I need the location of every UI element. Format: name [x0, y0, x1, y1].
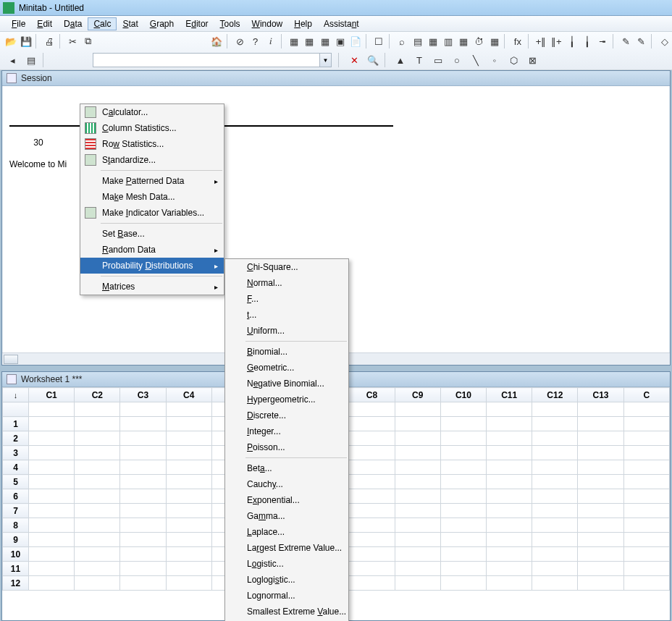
- home-icon[interactable]: 🏠: [210, 33, 224, 49]
- tb-icon[interactable]: ☐: [372, 33, 386, 49]
- cell[interactable]: [532, 504, 578, 518]
- cell[interactable]: [440, 417, 486, 431]
- cell[interactable]: [440, 489, 486, 504]
- menu-item[interactable]: Laplace...: [225, 524, 348, 540]
- cell[interactable]: [166, 475, 211, 489]
- cell[interactable]: [440, 431, 486, 446]
- marker-icon[interactable]: ⊠: [524, 52, 541, 68]
- cell[interactable]: [349, 460, 395, 475]
- cell[interactable]: [166, 547, 211, 562]
- cell[interactable]: [166, 431, 211, 446]
- menu-item[interactable]: Logistic...: [225, 556, 348, 572]
- cell[interactable]: [29, 576, 75, 591]
- cell[interactable]: [532, 562, 578, 576]
- row-header[interactable]: 7: [3, 504, 29, 518]
- cell[interactable]: [29, 533, 75, 547]
- cell[interactable]: [120, 518, 166, 533]
- column-header[interactable]: C: [623, 388, 669, 402]
- cell[interactable]: [29, 417, 75, 431]
- cell[interactable]: [440, 562, 486, 576]
- zoom-icon[interactable]: 🔍: [364, 52, 382, 68]
- cell[interactable]: [395, 489, 440, 504]
- cell[interactable]: [487, 576, 532, 591]
- cell[interactable]: [623, 489, 669, 504]
- cell[interactable]: [440, 533, 486, 547]
- cell[interactable]: [487, 446, 532, 460]
- menu-item[interactable]: Make Indicator Variables...: [80, 205, 224, 221]
- cell[interactable]: [120, 562, 166, 576]
- cell[interactable]: [395, 460, 440, 475]
- cell[interactable]: [75, 562, 120, 576]
- row-header[interactable]: 10: [3, 547, 29, 562]
- menu-window[interactable]: Window: [246, 17, 289, 30]
- cell[interactable]: [166, 446, 211, 460]
- save-icon[interactable]: 💾: [19, 33, 33, 49]
- menu-help[interactable]: Help: [288, 17, 318, 30]
- pointer-icon[interactable]: ▲: [392, 52, 409, 68]
- menu-item[interactable]: Negative Binomial...: [225, 376, 348, 392]
- tb-icon[interactable]: ╽: [580, 33, 594, 49]
- menu-item[interactable]: Random Data: [80, 242, 224, 258]
- tb-icon[interactable]: ▦: [303, 33, 316, 49]
- cell[interactable]: [487, 533, 532, 547]
- cell[interactable]: [120, 446, 166, 460]
- cell[interactable]: [623, 446, 669, 460]
- cell[interactable]: [487, 431, 532, 446]
- menu-item[interactable]: Binomial...: [225, 344, 348, 360]
- tb-icon[interactable]: ◇: [658, 33, 671, 49]
- menu-item[interactable]: Column Statistics...: [80, 120, 224, 136]
- cut-icon[interactable]: ✂: [66, 33, 80, 49]
- menu-file[interactable]: File: [6, 17, 31, 30]
- cell[interactable]: [395, 475, 440, 489]
- menu-assistant[interactable]: Assistant: [318, 17, 365, 30]
- tb-icon[interactable]: ▦: [287, 33, 301, 49]
- menu-item[interactable]: Gamma...: [225, 508, 348, 524]
- cell[interactable]: [120, 489, 166, 504]
- column-header[interactable]: C3: [120, 388, 166, 402]
- cell[interactable]: [532, 446, 578, 460]
- menu-item[interactable]: Discrete...: [225, 407, 348, 423]
- menu-item[interactable]: Poisson...: [225, 439, 348, 455]
- cell[interactable]: [395, 547, 440, 562]
- session-titlebar[interactable]: Session: [2, 71, 670, 86]
- dropdown-arrow-icon[interactable]: ▼: [319, 54, 331, 67]
- cell[interactable]: [578, 576, 623, 591]
- row-header[interactable]: 12: [3, 576, 29, 591]
- cell[interactable]: [75, 504, 120, 518]
- cell[interactable]: [487, 475, 532, 489]
- tb-icon[interactable]: ▤: [411, 33, 424, 49]
- cell[interactable]: [166, 504, 211, 518]
- menu-item[interactable]: Uniform...: [225, 323, 348, 339]
- cell[interactable]: [166, 489, 211, 504]
- menu-item[interactable]: Chi-Square...: [225, 259, 348, 275]
- cell[interactable]: [623, 547, 669, 562]
- tb-icon[interactable]: ▥: [441, 33, 455, 49]
- menu-item[interactable]: Beta...: [225, 460, 348, 476]
- cell[interactable]: [532, 547, 578, 562]
- cell[interactable]: [578, 402, 623, 417]
- marker-icon[interactable]: ⬡: [505, 52, 522, 68]
- cell[interactable]: [487, 402, 532, 417]
- cell[interactable]: [166, 402, 211, 417]
- cell[interactable]: [349, 533, 395, 547]
- cell[interactable]: [349, 576, 395, 591]
- text-icon[interactable]: T: [411, 52, 428, 68]
- cell[interactable]: [349, 518, 395, 533]
- tb-icon[interactable]: 📄: [348, 33, 362, 49]
- cell[interactable]: [440, 547, 486, 562]
- cell[interactable]: [487, 504, 532, 518]
- cell[interactable]: [120, 504, 166, 518]
- cell[interactable]: [395, 504, 440, 518]
- cell[interactable]: [75, 576, 120, 591]
- menu-data[interactable]: Data: [58, 17, 88, 30]
- print-icon[interactable]: 🖨: [42, 33, 56, 49]
- cell[interactable]: [487, 460, 532, 475]
- cell[interactable]: [623, 533, 669, 547]
- cell[interactable]: [578, 475, 623, 489]
- cell[interactable]: [623, 475, 669, 489]
- cell[interactable]: [487, 489, 532, 504]
- cell[interactable]: [75, 417, 120, 431]
- menu-item[interactable]: Cauchy...: [225, 476, 348, 492]
- oval-icon[interactable]: ○: [448, 52, 466, 68]
- cell[interactable]: [75, 475, 120, 489]
